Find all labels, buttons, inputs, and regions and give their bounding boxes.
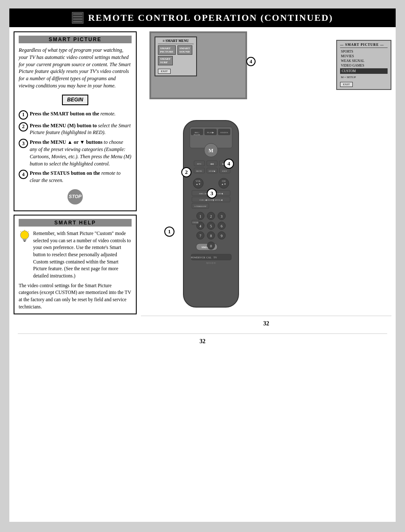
svg-text:PLAY▶: PLAY▶ — [207, 132, 214, 134]
svg-text:◀◀: ◀◀ — [210, 163, 214, 165]
svg-text:4: 4 — [200, 224, 201, 228]
main-content: Smart Picture Regardless of what type of… — [9, 27, 396, 333]
svg-text:CLR | ◀SWAP ▮ MVCL◀: CLR | ◀SWAP ▮ MVCL◀ — [200, 199, 222, 201]
smart-help-intro-text: Remember, with Smart Picture "Custom" mo… — [33, 230, 132, 280]
sp-options-title: — SMART PICTURE — — [340, 43, 388, 48]
smart-menu-overlay: ≡ SMART MENU SMARTPICTURE SMARTSOUND SMA… — [155, 36, 197, 76]
svg-rect-6 — [23, 239, 26, 240]
diagram-label-4b: 4 — [224, 159, 234, 169]
svg-text:M O D E: M O D E — [206, 262, 216, 264]
smart-help-body: Remember, with Smart Picture "Custom" mo… — [19, 230, 132, 310]
svg-text:MUTE: MUTE — [196, 170, 202, 172]
svg-text:S TIMER PIP: S TIMER PIP — [194, 205, 206, 207]
step-1-text: Press the SMART button on the remote. — [30, 110, 115, 118]
sp-setup-label: M = SETUP — [340, 75, 388, 79]
smart-surf-btn: SMARTSURF — [158, 56, 173, 65]
svg-text:PAUSE: PAUSE — [194, 134, 200, 136]
svg-rect-4 — [73, 21, 82, 22]
svg-text:TV: TV — [214, 256, 217, 259]
page-number-footer: 32 — [200, 338, 205, 344]
smart-sound-btn: SMARTSOUND — [177, 45, 192, 55]
diagram-label-1: 1 — [164, 227, 174, 237]
lightbulb-icon — [19, 230, 31, 246]
svg-text:9: 9 — [221, 234, 222, 238]
stop-button: STOP — [68, 189, 83, 204]
svg-rect-2 — [73, 16, 82, 17]
svg-text:VOL: VOL — [196, 180, 201, 182]
svg-line-10 — [20, 231, 21, 232]
svg-text:6: 6 — [221, 224, 222, 228]
tv-frame: ≡ SMART MENU SMARTPICTURE SMARTSOUND SMA… — [149, 31, 247, 99]
smart-picture-btn: SMARTPICTURE — [158, 45, 176, 55]
step-1-number: 1 — [19, 110, 28, 120]
step-4-number: 4 — [19, 170, 28, 179]
svg-text:0: 0 — [210, 244, 212, 248]
left-column: Smart Picture Regardless of what type of… — [14, 31, 137, 329]
sp-option-weaksignal: WEAK SIGNAL — [340, 59, 388, 63]
remote-diagram: 1 2 3 4 REC/ PAUSE PLAY▶ STATUS — [141, 112, 391, 316]
smart-picture-description: Regardless of what type of program your … — [19, 47, 132, 90]
svg-text:▲▼: ▲▼ — [196, 183, 201, 185]
smart-help-title: Smart Help — [19, 219, 132, 227]
right-column: ≡ SMART MENU SMARTPICTURE SMARTSOUND SMA… — [141, 31, 391, 329]
smart-menu-row: SMARTPICTURE SMARTSOUND — [158, 45, 194, 55]
svg-text:EXIT: EXIT — [222, 170, 227, 172]
sp-exit-btn: EXIT — [340, 82, 353, 87]
smart-picture-title: Smart Picture — [19, 36, 132, 43]
tv-screen: ≡ SMART MENU SMARTPICTURE SMARTSOUND SMA… — [151, 33, 245, 98]
svg-rect-8 — [24, 241, 25, 242]
step-2-text: Press the MENU (M) button to select the … — [30, 122, 132, 137]
svg-text:8: 8 — [210, 234, 212, 238]
svg-rect-3 — [73, 18, 82, 20]
sp-option-custom: CUSTOM — [340, 68, 388, 74]
svg-line-11 — [28, 231, 29, 232]
svg-text:RTN: RTN — [197, 163, 201, 165]
page-header: Remote Control Operation (Continued) — [9, 8, 396, 27]
svg-rect-1 — [73, 13, 82, 15]
svg-text:5: 5 — [210, 224, 212, 228]
smart-help-intro: Remember, with Smart Picture "Custom" mo… — [19, 230, 132, 280]
page: Remote Control Operation (Continued) Sma… — [9, 8, 396, 522]
tv-diagram-area: ≡ SMART MENU SMARTPICTURE SMARTSOUND SMA… — [141, 31, 391, 108]
svg-text:3: 3 — [221, 215, 222, 218]
svg-text:7/VOD: 7/VOD — [192, 221, 199, 224]
step-1: 1 Press the SMART button on the remote. — [19, 110, 132, 120]
svg-text:VCR: VCR — [200, 256, 205, 259]
svg-text:CH: CH — [222, 180, 226, 182]
smart-menu-title: ≡ SMART MENU — [158, 39, 194, 44]
page-footer: 32 — [18, 333, 387, 348]
step-4-text: Press the STATUS button on the remote to… — [30, 170, 132, 184]
remote-svg: REC/ PAUSE PLAY▶ STATUS M RTN ◀◀ ▶▶| — [166, 112, 260, 316]
diagram-label-2: 2 — [181, 167, 191, 177]
sp-option-movies: MOVIES — [340, 54, 388, 59]
smart-help-section: Smart Help — [14, 215, 137, 314]
diagram-label-4: 4 — [246, 57, 256, 66]
header-icon — [72, 12, 84, 24]
svg-text:STATUS: STATUS — [220, 132, 228, 134]
step-2: 2 Press the MENU (M) button to select th… — [19, 122, 132, 137]
page-number: 32 — [141, 316, 391, 329]
svg-rect-7 — [23, 240, 26, 241]
step-3: 3 Press the MENU ▲ or ▼ buttons to choos… — [19, 139, 132, 167]
begin-button: BEGIN — [62, 95, 88, 105]
svg-text:▲▼: ▲▼ — [221, 183, 226, 185]
step-3-text: Press the MENU ▲ or ▼ buttons to choose … — [30, 139, 132, 167]
svg-text:1: 1 — [200, 215, 201, 218]
step-4: 4 Press the STATUS button on the remote … — [19, 170, 132, 184]
svg-text:CAL: CAL — [206, 256, 211, 259]
sp-option-videogames: VIDEO GAMES — [340, 63, 388, 68]
svg-text:POWER: POWER — [191, 256, 200, 259]
svg-text:7: 7 — [200, 234, 201, 238]
sp-option-sports: SPORTS — [340, 49, 388, 54]
smart-help-detail: The video control settings for the Smart… — [19, 282, 132, 311]
exit-btn: EXIT — [158, 69, 171, 74]
sp-options-panel: — SMART PICTURE — SPORTS MOVIES WEAK SIG… — [336, 40, 391, 90]
svg-point-5 — [20, 231, 29, 239]
diagram-label-3: 3 — [207, 188, 217, 199]
smart-picture-body: Regardless of what type of program your … — [19, 47, 132, 207]
step-2-number: 2 — [19, 122, 28, 132]
svg-text:2: 2 — [210, 215, 212, 218]
svg-text:M: M — [208, 148, 213, 154]
step-3-number: 3 — [19, 139, 28, 148]
svg-text:STOP■: STOP■ — [208, 170, 215, 172]
